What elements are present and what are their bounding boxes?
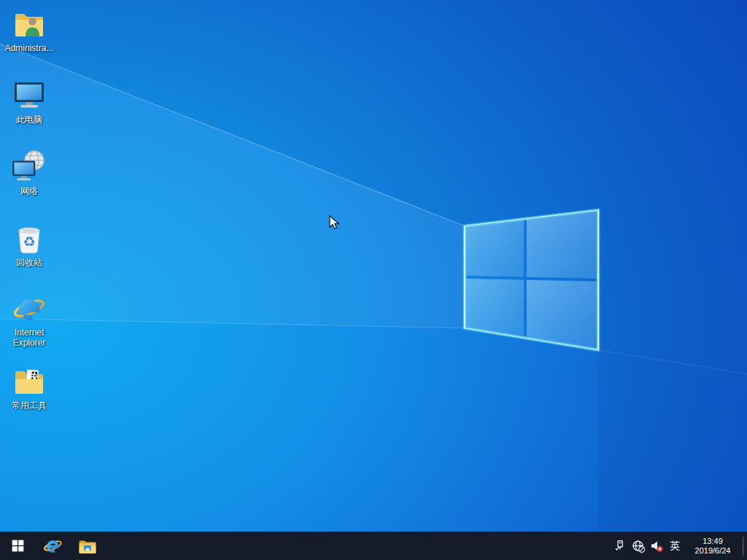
desktop-wallpaper xyxy=(0,0,747,560)
tray-usb-device[interactable] xyxy=(611,532,629,560)
desktop-icon-this-pc[interactable]: 此电脑 xyxy=(1,77,58,125)
desktop-icon-recycle-bin[interactable]: ♻ 回收站 xyxy=(1,220,58,268)
clock-date: 2019/6/24 xyxy=(695,546,731,556)
tray-network-status[interactable] xyxy=(629,532,647,560)
volume-muted-icon xyxy=(650,540,663,553)
network-globe-offline-icon xyxy=(632,540,645,553)
taskbar-clock[interactable]: 13:49 2019/6/24 xyxy=(684,532,741,560)
system-tray: 英 13:49 2019/6/24 xyxy=(611,532,747,560)
desktop-icon-label: 常用工具 xyxy=(1,400,58,411)
desktop-icon-label: 网络 xyxy=(1,186,58,196)
user-folder-icon xyxy=(12,6,47,41)
desktop-icon-internet-explorer[interactable]: Internet Explorer xyxy=(1,292,58,348)
taskbar-internet-explorer-button[interactable] xyxy=(35,532,70,560)
ime-language-indicator[interactable]: 英 xyxy=(665,532,684,560)
desktop-icon-common-tools[interactable]: 常用工具 xyxy=(1,363,58,411)
internet-explorer-icon xyxy=(43,536,63,556)
network-icon xyxy=(12,149,47,184)
windows-start-icon xyxy=(12,540,24,552)
recycle-bin-icon: ♻ xyxy=(12,220,47,255)
tray-volume[interactable] xyxy=(647,532,665,560)
desktop-icon-label: 回收站 xyxy=(1,257,58,268)
file-explorer-icon xyxy=(78,537,97,556)
clock-time: 13:49 xyxy=(703,537,723,546)
desktop-icon-label: Administra... xyxy=(1,43,58,53)
taskbar-file-explorer-button[interactable] xyxy=(70,532,105,560)
desktop-icon-network[interactable]: 网络 xyxy=(1,149,58,196)
taskbar: 英 13:49 2019/6/24 xyxy=(0,532,747,560)
tools-folder-icon xyxy=(12,363,47,398)
show-desktop-button[interactable] xyxy=(743,532,747,560)
desktop-icon-label: Internet Explorer xyxy=(1,327,58,348)
start-button[interactable] xyxy=(0,532,35,560)
svg-text:♻: ♻ xyxy=(23,233,35,249)
desktop-icon-administrator[interactable]: Administra... xyxy=(1,6,58,53)
this-pc-icon xyxy=(12,77,47,112)
usb-device-icon xyxy=(614,540,626,552)
internet-explorer-icon xyxy=(12,292,46,325)
desktop-icon-label: 此电脑 xyxy=(1,114,58,125)
